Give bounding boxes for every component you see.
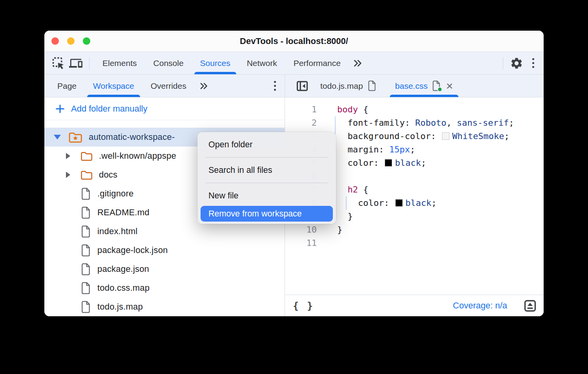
show-drawer-button[interactable] bbox=[523, 299, 537, 313]
main-menu-button[interactable] bbox=[529, 55, 537, 71]
add-folder-label: Add folder manually bbox=[71, 104, 147, 114]
triangle-right-icon bbox=[66, 153, 70, 159]
code-content[interactable]: body { font-family: Roboto, sans-serif; … bbox=[317, 97, 544, 295]
code-token: font-family bbox=[348, 118, 405, 128]
workspace-folder-star-icon bbox=[68, 131, 82, 143]
editor-tab-todo-js-map[interactable]: todo.js.map bbox=[311, 75, 386, 97]
menu-divider bbox=[205, 157, 328, 158]
code-line[interactable]: color: black; bbox=[337, 196, 544, 210]
color-swatch-whitesmoke[interactable] bbox=[442, 132, 449, 140]
toolbar-right-group bbox=[498, 55, 544, 72]
editor-tab-base-css[interactable]: base.css × bbox=[386, 75, 462, 97]
tree-item-todo-css-map[interactable]: todo.css.map bbox=[44, 279, 285, 297]
editor-tab-label: todo.js.map bbox=[320, 81, 363, 91]
add-folder-button[interactable]: Add folder manually bbox=[44, 97, 285, 120]
tree-item-label: .gitignore bbox=[97, 189, 134, 199]
toolbar-tab-network[interactable]: Network bbox=[239, 52, 285, 74]
code-token: Roboto bbox=[415, 118, 446, 128]
indent-guide bbox=[346, 196, 347, 210]
line-number[interactable]: 11 bbox=[285, 236, 317, 250]
code-token: : bbox=[405, 118, 415, 128]
more-sidebar-tabs-button[interactable] bbox=[198, 81, 210, 91]
sidebar-tabs: PageWorkspaceOverrides bbox=[49, 75, 195, 97]
line-number[interactable]: 2 bbox=[285, 116, 317, 130]
menu-divider bbox=[205, 183, 328, 183]
color-swatch-black[interactable] bbox=[395, 199, 403, 207]
tree-item-package-lock-json[interactable]: package-lock.json bbox=[44, 241, 285, 260]
menu-item-open-folder[interactable]: Open folder bbox=[201, 134, 333, 155]
chevron-double-right-icon bbox=[351, 58, 364, 69]
code-token: : bbox=[384, 198, 394, 208]
file-icon bbox=[80, 282, 91, 294]
toolbar-tab-console[interactable]: Console bbox=[145, 52, 192, 74]
line-number[interactable]: 1 bbox=[285, 103, 317, 116]
collapse-panel-icon bbox=[296, 79, 309, 93]
toolbar-tab-sources[interactable]: Sources bbox=[192, 52, 239, 74]
code-token: body bbox=[337, 104, 358, 114]
tree-item-label: .well-known/appspe bbox=[99, 151, 176, 161]
tree-item-index-html[interactable]: index.html bbox=[44, 222, 285, 241]
code-token: ; bbox=[509, 118, 514, 128]
toolbar-separator bbox=[89, 57, 89, 69]
tree-item-todo-js-map[interactable]: todo.js.map bbox=[44, 297, 285, 316]
code-line[interactable]: h2 { bbox=[337, 183, 544, 196]
menu-item-remove-from-workspace[interactable]: Remove from workspace bbox=[201, 206, 333, 222]
code-line[interactable]: margin: 15px; bbox=[337, 143, 544, 156]
tree-item-label: automatic-workspace- bbox=[89, 132, 175, 142]
sidebar-tab-overrides[interactable]: Overrides bbox=[142, 75, 195, 97]
code-token: black bbox=[405, 198, 431, 208]
code-token bbox=[337, 118, 348, 128]
code-line[interactable]: font-family: Roboto, sans-serif; bbox=[337, 116, 544, 130]
code-line[interactable]: background-color: WhiteSmoke; bbox=[337, 130, 544, 143]
color-swatch-black[interactable] bbox=[385, 159, 392, 167]
editor-status-bar: { } Coverage: n/a bbox=[285, 295, 544, 316]
code-token: h2 bbox=[348, 185, 358, 194]
menu-item-new-file[interactable]: New file bbox=[201, 185, 333, 206]
sidebar-menu-button[interactable] bbox=[271, 78, 279, 94]
menu-item-search-in-all-files[interactable]: Search in all files bbox=[201, 160, 333, 180]
chevron-expanded-icon[interactable] bbox=[54, 135, 68, 139]
inspect-element-button[interactable] bbox=[50, 55, 67, 72]
line-number[interactable]: 10 bbox=[285, 223, 317, 236]
code-token: { bbox=[358, 185, 369, 194]
sidebar-tab-workspace[interactable]: Workspace bbox=[85, 75, 142, 97]
code-token bbox=[337, 198, 358, 208]
code-line[interactable]: } bbox=[337, 210, 544, 223]
panel-tabs: ElementsConsoleSourcesNetworkPerformance bbox=[94, 52, 349, 74]
titlebar: DevTools - localhost:8000/ bbox=[44, 31, 544, 52]
code-line[interactable]: body { bbox=[337, 103, 544, 116]
code-line[interactable] bbox=[337, 170, 544, 183]
file-icon bbox=[80, 263, 91, 275]
code-token: ; bbox=[504, 131, 509, 141]
hide-navigator-button[interactable] bbox=[294, 77, 311, 95]
tree-item-package-json[interactable]: package.json bbox=[44, 260, 285, 279]
pretty-print-button[interactable]: { } bbox=[293, 300, 314, 312]
code-token: : bbox=[374, 158, 384, 168]
code-token: ; bbox=[410, 145, 415, 154]
settings-button[interactable] bbox=[508, 55, 525, 72]
code-line[interactable]: } bbox=[337, 223, 544, 236]
gear-icon bbox=[510, 57, 523, 70]
folder-icon bbox=[80, 170, 93, 180]
editor-tab-strip: todo.js.map base.css × bbox=[285, 75, 544, 97]
toolbar-tab-elements[interactable]: Elements bbox=[94, 52, 145, 74]
sidebar-tab-strip: PageWorkspaceOverrides bbox=[44, 75, 285, 97]
code-line[interactable] bbox=[337, 236, 544, 250]
toolbar-tab-performance[interactable]: Performance bbox=[285, 52, 349, 74]
toggle-device-toolbar-button[interactable] bbox=[67, 55, 84, 72]
document-icon bbox=[367, 81, 376, 91]
chevron-collapsed-icon[interactable] bbox=[66, 153, 80, 159]
file-icon bbox=[80, 244, 91, 257]
chevron-collapsed-icon[interactable] bbox=[66, 172, 80, 178]
tree-item-label: package.json bbox=[97, 264, 149, 274]
sidebar-tab-page[interactable]: Page bbox=[49, 75, 85, 97]
code-token: margin bbox=[348, 145, 379, 154]
close-tab-icon[interactable]: × bbox=[446, 80, 453, 92]
eject-icon bbox=[523, 299, 537, 313]
tree-item-label: todo.css.map bbox=[97, 283, 150, 293]
coverage-link[interactable]: Coverage: n/a bbox=[453, 301, 507, 311]
code-token: WhiteSmoke bbox=[452, 131, 504, 141]
more-panels-button[interactable] bbox=[349, 55, 366, 72]
tree-item-label: package-lock.json bbox=[97, 245, 168, 255]
code-line[interactable]: color: black; bbox=[337, 156, 544, 170]
